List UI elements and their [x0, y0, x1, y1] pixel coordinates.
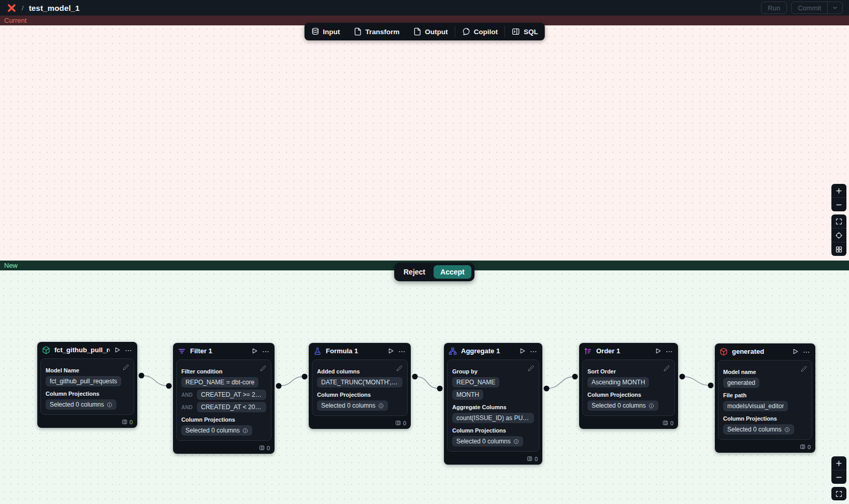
graph-node-aggregate-1[interactable]: Aggregate 1⋯Group byREPO_NAMEMONTHAggreg…: [444, 343, 542, 465]
copilot-icon: [462, 27, 470, 36]
chip-text: count(ISSUE_ID) as PULL_REQUEST_…: [456, 414, 530, 422]
toolbar-item-input[interactable]: Input: [304, 23, 347, 40]
chip-text: Selected 0 columns: [456, 438, 511, 445]
value-chip[interactable]: fct_github_pull_requests: [46, 376, 121, 386]
current-section-label: Current: [4, 17, 26, 24]
node-menu-icon[interactable]: ⋯: [666, 349, 673, 354]
node-run-icon[interactable]: [251, 348, 258, 354]
node-run-icon[interactable]: [519, 348, 526, 354]
minus-button[interactable]: [831, 197, 846, 211]
edit-pencil-icon[interactable]: [260, 364, 266, 373]
node-run-icon[interactable]: [114, 347, 121, 353]
toolbar-item-label: Input: [323, 28, 340, 36]
column-count: 0: [808, 444, 811, 450]
toolbar-item-sql[interactable]: SQL: [505, 23, 545, 40]
run-button[interactable]: Run: [761, 2, 787, 14]
node-section: Column ProjectionsSelected 0 columns: [46, 391, 129, 410]
chip-row: Ascending MONTH: [587, 377, 670, 387]
node-run-icon[interactable]: [655, 348, 661, 354]
value-chip[interactable]: REPO_NAME: [452, 377, 499, 387]
reject-button[interactable]: Reject: [397, 266, 431, 278]
plus-button[interactable]: [831, 184, 846, 197]
node-menu-icon[interactable]: ⋯: [125, 348, 133, 353]
section-label: Column Projections: [723, 415, 807, 422]
node-footer: 0: [173, 443, 275, 454]
value-chip[interactable]: Selected 0 columns: [181, 425, 252, 436]
chip-row: models/visual_editor: [723, 401, 807, 411]
grid-button[interactable]: [831, 242, 846, 256]
top-navigation: / test_model_1 Run Commit: [0, 0, 849, 16]
column-count: 0: [535, 456, 538, 462]
node-menu-icon[interactable]: ⋯: [803, 349, 811, 354]
value-chip[interactable]: generated: [723, 378, 759, 388]
value-chip[interactable]: Selected 0 columns: [317, 400, 388, 411]
value-chip[interactable]: CREATED_AT >= 2024-12-01: [197, 390, 266, 400]
toolbar-item-output[interactable]: Output: [406, 23, 454, 40]
flask-icon: [313, 347, 322, 355]
graph-node-filter-1[interactable]: Filter 1⋯Filter conditionREPO_NAME = dbt…: [173, 343, 275, 454]
graph-node-generated[interactable]: generated⋯Model namegeneratedFile pathmo…: [715, 343, 815, 453]
fit-view-button[interactable]: [831, 487, 846, 500]
control-group: [831, 184, 846, 211]
chip-text: MONTH: [456, 391, 479, 398]
value-chip[interactable]: REPO_NAME = dbt-core: [181, 377, 258, 387]
node-title: Order 1: [596, 347, 651, 355]
node-section: Filter conditionREPO_NAME = dbt-coreANDC…: [181, 368, 266, 412]
accept-button[interactable]: Accept: [434, 265, 471, 279]
locate-button[interactable]: [831, 228, 846, 242]
panel-icon: [512, 27, 520, 36]
node-section: Column ProjectionsSelected 0 columns: [181, 416, 266, 436]
edit-pencil-icon[interactable]: [801, 365, 807, 374]
node-run-icon[interactable]: [792, 348, 799, 355]
node-header: Order 1⋯: [579, 343, 678, 359]
graph-node-formula-1[interactable]: Formula 1⋯Added columnsDATE_TRUNC('MONTH…: [309, 343, 411, 429]
graph-node-order-1[interactable]: Order 1⋯Sort OrderAscending MONTHColumn …: [579, 343, 678, 429]
value-chip[interactable]: Ascending MONTH: [587, 377, 649, 387]
toolbar-item-transform[interactable]: Transform: [347, 23, 406, 40]
columns-icon: [259, 445, 265, 451]
fit-view-button[interactable]: [831, 214, 846, 228]
columns-icon: [527, 456, 533, 462]
value-chip[interactable]: CREATED_AT < 2025-03-01: [197, 402, 266, 412]
edit-pencil-icon[interactable]: [396, 364, 402, 373]
columns-icon: [663, 420, 668, 426]
edit-pencil-icon[interactable]: [123, 363, 129, 372]
chip-row: REPO_NAME = dbt-core: [181, 377, 266, 387]
minus-button[interactable]: [831, 470, 846, 484]
value-chip[interactable]: Selected 0 columns: [452, 436, 523, 447]
toolbar-item-copilot[interactable]: Copilot: [455, 23, 505, 40]
condition-prefix: AND: [181, 392, 194, 398]
plus-button[interactable]: [831, 456, 846, 470]
value-chip[interactable]: count(ISSUE_ID) as PULL_REQUEST_…: [452, 413, 534, 423]
current-flow-canvas[interactable]: [0, 25, 849, 261]
section-label: Added columns: [317, 368, 402, 375]
page-title: test_model_1: [29, 4, 80, 12]
value-chip[interactable]: MONTH: [452, 390, 483, 400]
node-menu-icon[interactable]: ⋯: [398, 349, 406, 354]
node-section: Group byREPO_NAMEMONTH: [452, 368, 534, 400]
column-count: 0: [267, 445, 270, 451]
graph-node-fct-github-pull-requests[interactable]: fct_github_pull_requests⋯Model Namefct_g…: [37, 342, 137, 428]
value-chip[interactable]: models/visual_editor: [723, 401, 788, 411]
chip-text: Ascending MONTH: [592, 379, 645, 386]
value-chip[interactable]: Selected 0 columns: [587, 400, 658, 411]
node-run-icon[interactable]: [387, 348, 394, 354]
node-menu-icon[interactable]: ⋯: [262, 349, 270, 354]
edit-pencil-icon[interactable]: [664, 364, 670, 373]
value-chip[interactable]: Selected 0 columns: [723, 424, 794, 435]
value-chip[interactable]: Selected 0 columns: [46, 399, 117, 410]
chip-text: CREATED_AT >= 2024-12-01: [201, 391, 262, 398]
chip-text: Selected 0 columns: [592, 402, 646, 409]
value-chip[interactable]: DATE_TRUNC('MONTH', CREATED_AT…: [317, 377, 402, 387]
chip-row: Selected 0 columns: [46, 399, 129, 410]
edit-pencil-icon[interactable]: [528, 364, 534, 373]
node-header: generated⋯: [715, 343, 815, 359]
app-logo-icon[interactable]: [6, 3, 17, 13]
commit-split-button: Commit: [791, 2, 843, 14]
commit-dropdown-button[interactable]: [827, 2, 842, 13]
chip-row: Selected 0 columns: [723, 424, 807, 435]
chip-row: generated: [723, 378, 807, 388]
node-title: Aggregate 1: [461, 347, 515, 355]
node-menu-icon[interactable]: ⋯: [530, 349, 538, 354]
commit-button[interactable]: Commit: [792, 2, 827, 13]
